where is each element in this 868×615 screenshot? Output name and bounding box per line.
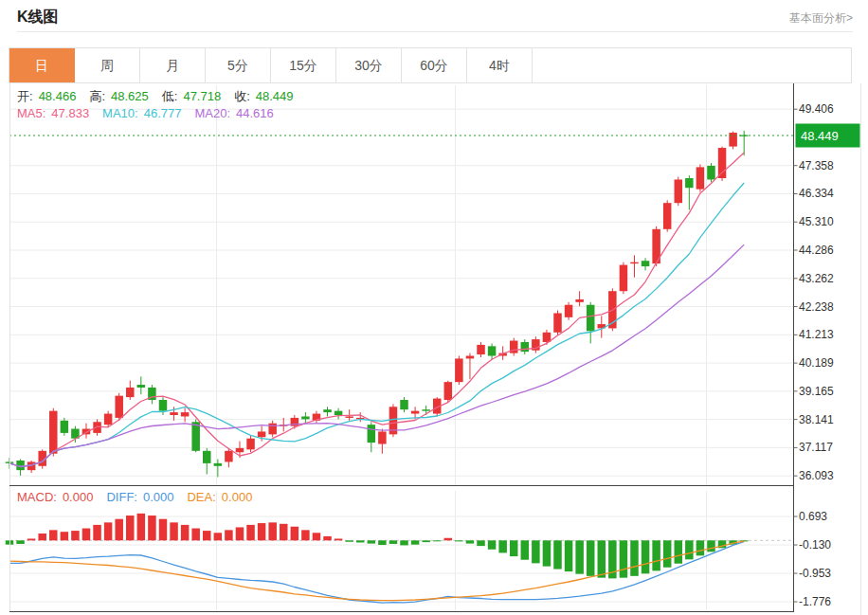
macd-hist-bar <box>225 530 233 540</box>
macd-hist-bar <box>291 527 299 541</box>
macd-hist-bar <box>696 540 705 555</box>
candle <box>301 416 310 419</box>
kline-chart: 48.44949.40647.35846.33445.31044.28643.2… <box>0 0 868 615</box>
y-axis-label: 40.189 <box>799 356 834 370</box>
macd-hist-bar <box>82 529 91 541</box>
macd-hist-bar <box>575 540 584 573</box>
macd-hist-bar <box>268 522 277 540</box>
macd-hist-bar <box>685 540 694 559</box>
macd-hist-bar <box>71 531 80 540</box>
macd-hist-bar <box>488 540 497 549</box>
macd-hist-bar <box>27 538 36 540</box>
macd-hist-bar <box>477 540 485 546</box>
macd-hist-bar <box>587 540 595 576</box>
macd-hist-bar <box>313 533 321 540</box>
y-axis-label: -0.130 <box>799 538 831 552</box>
candle <box>323 409 332 412</box>
y-axis-label: 37.117 <box>799 441 833 454</box>
macd-hist-bar <box>444 538 453 541</box>
candle <box>521 342 530 352</box>
candle <box>642 261 650 266</box>
macd-hist-bar <box>345 540 353 541</box>
macd-hist-bar <box>675 540 683 563</box>
candle <box>104 414 113 425</box>
macd-hist-bar <box>246 525 255 540</box>
macd-hist-bar <box>652 540 660 570</box>
macd-hist-bar <box>630 540 639 576</box>
y-axis-label: 44.286 <box>799 244 834 257</box>
candle <box>411 411 420 414</box>
candle <box>466 356 475 359</box>
macd-hist-bar <box>707 540 715 552</box>
y-axis-label: 38.141 <box>799 413 834 426</box>
y-axis-label: -1.776 <box>799 595 831 608</box>
candle <box>181 412 190 416</box>
macd-hist-bar <box>620 540 628 577</box>
candle <box>159 400 168 411</box>
macd-hist-bar <box>510 540 518 556</box>
candle <box>422 409 430 410</box>
candle <box>345 416 353 417</box>
macd-hist-bar <box>389 540 398 544</box>
candle <box>663 203 672 229</box>
candle <box>718 148 727 178</box>
macd-hist-bar <box>170 522 178 540</box>
candle <box>246 439 255 450</box>
macd-hist-bar <box>455 540 463 541</box>
macd-hist-bar <box>521 540 530 559</box>
macd-hist-bar <box>543 540 552 566</box>
candle <box>61 421 69 433</box>
y-axis-label: 43.262 <box>799 272 834 285</box>
candle <box>707 166 715 180</box>
candle <box>225 451 233 462</box>
candle <box>696 167 705 189</box>
y-axis-label: 39.165 <box>799 385 834 398</box>
candle <box>258 431 266 437</box>
macd-hist-bar <box>400 540 408 545</box>
ma10-line <box>9 183 744 467</box>
macd-hist-bar <box>148 516 156 540</box>
ma20-line <box>9 244 744 466</box>
macd-hist-bar <box>181 525 190 540</box>
macd-hist-bar <box>214 533 223 540</box>
macd-hist-bar <box>236 527 244 540</box>
macd-hist-bar <box>49 530 58 540</box>
macd-hist-bar <box>61 532 69 540</box>
macd-hist-bar <box>258 523 266 540</box>
candle <box>214 463 223 466</box>
kline-widget: K线图 基本面分析> 日周月5分15分30分60分4时 开:48.466高:48… <box>0 0 868 615</box>
candle <box>685 178 694 188</box>
macd-hist-bar <box>663 540 672 567</box>
macd-hist-bar <box>203 531 211 540</box>
macd-hist-bar <box>301 530 310 540</box>
candle <box>675 179 683 203</box>
macd-hist-bar <box>565 540 573 571</box>
candle <box>455 358 463 382</box>
candle <box>170 412 178 415</box>
y-axis-label: 36.093 <box>799 469 834 482</box>
candle <box>115 396 123 418</box>
macd-hist-bar <box>115 519 123 541</box>
candle <box>368 425 376 443</box>
macd-hist-bar <box>356 540 365 542</box>
current-price-badge-label: 48.449 <box>801 129 839 143</box>
candle <box>553 313 562 332</box>
y-axis-label: 49.406 <box>799 102 834 116</box>
candle <box>191 422 200 451</box>
candle <box>729 133 737 147</box>
candle <box>236 448 244 452</box>
macd-hist-bar <box>433 540 442 541</box>
y-axis-label: -0.953 <box>799 567 831 580</box>
macd-hist-bar <box>335 538 343 540</box>
candle <box>620 265 628 292</box>
candle <box>203 451 211 463</box>
candle <box>488 346 497 355</box>
y-axis-label: 42.238 <box>799 300 834 314</box>
y-axis-label: 0.693 <box>799 510 827 523</box>
candle <box>126 388 135 397</box>
y-axis-label: 45.310 <box>799 215 834 228</box>
macd-hist-bar <box>16 540 25 544</box>
y-axis-label: 46.334 <box>799 187 834 200</box>
candle <box>587 305 595 332</box>
macd-hist-bar <box>368 540 376 543</box>
